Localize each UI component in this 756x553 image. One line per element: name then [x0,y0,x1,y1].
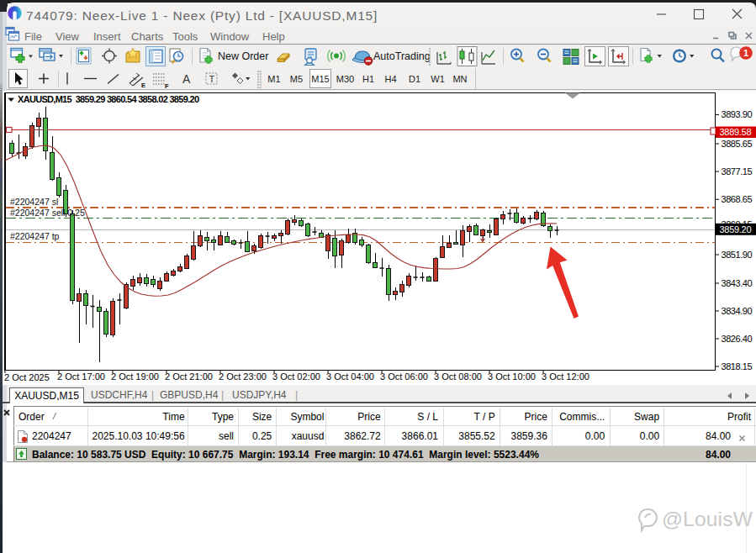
svg-text:3 Oct 12:00: 3 Oct 12:00 [542,371,589,382]
svg-text:M30: M30 [336,74,354,84]
svg-text:3843.40: 3843.40 [722,278,753,288]
svg-text:3 Oct 10:00: 3 Oct 10:00 [488,371,536,382]
svg-text:2 Oct 23:00: 2 Oct 23:00 [219,371,267,382]
svg-text:New Order: New Order [218,50,268,62]
svg-text:3893.90: 3893.90 [722,109,753,119]
svg-text:2 Oct 21:00: 2 Oct 21:00 [165,371,213,382]
svg-text:3889.58: 3889.58 [720,127,752,137]
svg-text:3 Oct 02:00: 3 Oct 02:00 [272,371,320,382]
svg-text:1: 1 [743,48,748,58]
svg-text:3851.90: 3851.90 [722,250,753,260]
svg-text:H4: H4 [384,74,396,84]
svg-text:H1: H1 [362,74,374,84]
svg-text:3 Oct 04:00: 3 Oct 04:00 [326,371,374,382]
svg-text:#2204247 tp: #2204247 tp [10,231,60,241]
svg-text:M1: M1 [267,74,280,84]
svg-text:E: E [141,82,145,89]
svg-text:3885.65: 3885.65 [722,139,753,149]
svg-text:3818.15: 3818.15 [722,361,753,371]
svg-text:A: A [182,72,191,86]
svg-text:3877.15: 3877.15 [722,166,753,176]
svg-text:2 Oct 19:00: 2 Oct 19:00 [111,371,159,382]
svg-text:D1: D1 [409,74,420,84]
svg-text:3859.20: 3859.20 [720,224,752,234]
svg-text:M5: M5 [290,74,303,84]
svg-text:2 Oct 17:00: 2 Oct 17:00 [57,371,105,382]
svg-text:#2204247 sl: #2204247 sl [10,197,58,207]
svg-text:XAUUSD,M15 3859.29 3860.54 38: XAUUSD,M15 3859.29 3860.54 3858.02 3859.… [18,94,199,104]
svg-text:#2204247 sell 0.25: #2204247 sell 0.25 [10,208,85,218]
svg-text:3 Oct 06:00: 3 Oct 06:00 [380,371,428,382]
svg-text:F: F [165,82,169,90]
svg-text:3826.40: 3826.40 [722,334,753,344]
svg-text:MN: MN [452,74,467,84]
svg-text:T: T [209,74,215,84]
svg-text:3868.65: 3868.65 [722,194,753,204]
svg-text:3834.90: 3834.90 [722,306,753,316]
svg-text:3 Oct 08:00: 3 Oct 08:00 [434,371,482,382]
svg-text:W1: W1 [431,74,445,84]
svg-text:AutoTrading: AutoTrading [373,50,431,62]
svg-text:M15: M15 [311,74,329,84]
